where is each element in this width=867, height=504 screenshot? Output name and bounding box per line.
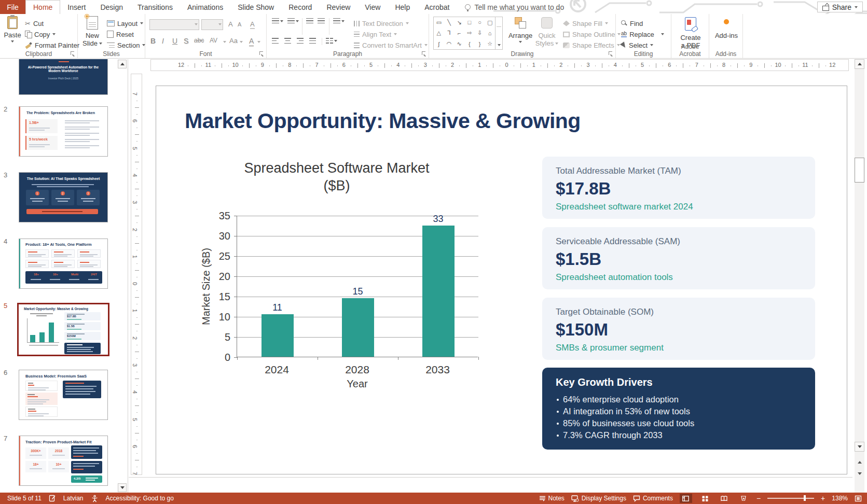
clear-formatting-button[interactable]: A — [250, 20, 255, 29]
slide-thumbnail-1[interactable]: AI-Powered Spreadsheet Automation for th… — [19, 59, 108, 95]
shape-icon-13[interactable]: ◠ — [444, 38, 455, 49]
shape-icon-16[interactable]: } — [475, 38, 485, 49]
thumbnail-scroll-up-button[interactable] — [118, 60, 127, 68]
slide-thumbnail-3[interactable]: The Solution: AI That Speaks Spreadsheet… — [19, 172, 108, 222]
format-painter-button[interactable]: Format Painter — [25, 40, 79, 50]
drawing-dialog-launcher[interactable] — [609, 51, 613, 56]
zoom-out-button[interactable]: − — [756, 496, 761, 501]
align-right-button[interactable] — [297, 38, 304, 44]
strikethrough-button[interactable]: abc — [194, 37, 204, 44]
copy-button[interactable]: Copy — [25, 29, 56, 39]
tab-slide-show[interactable]: Slide Show — [230, 0, 281, 14]
align-text-button[interactable]: Align Text — [354, 29, 397, 39]
shape-fill-button[interactable]: Shape Fill — [563, 18, 608, 29]
convert-to-smartart-button[interactable]: Convert to SmartArt — [354, 40, 428, 50]
shape-icon-11[interactable]: ⌂ — [485, 28, 495, 39]
shape-icon-4[interactable]: ○ — [475, 17, 485, 28]
shape-icon-8[interactable]: ⌐ — [454, 28, 464, 39]
notes-button[interactable]: Notes — [539, 495, 565, 502]
cut-button[interactable]: ✂ Cut — [25, 18, 44, 29]
shape-icon-14[interactable]: ∿ — [454, 38, 464, 49]
clipboard-dialog-launcher[interactable] — [71, 51, 75, 56]
tab-help[interactable]: Help — [388, 0, 417, 14]
accessibility-status[interactable]: Accessibility: Good to go — [106, 495, 174, 502]
reset-button[interactable]: Reset — [107, 29, 134, 39]
market-card-1[interactable]: Total Addressable Market (TAM)$17.8BSpre… — [542, 157, 815, 219]
key-growth-drivers-panel[interactable]: Key Growth Drivers 64% enterprise cloud … — [542, 368, 815, 450]
slide-thumbnail-5[interactable]: Market Opportunity: Massive & Growing$17… — [17, 303, 109, 356]
shapes-gallery[interactable]: ▭╲↘□○▢△Ꞁ⌐⇨⇩⌂ʃ◠∿{}☆ — [433, 17, 503, 50]
underline-button[interactable]: U — [172, 37, 177, 45]
scroll-down-button[interactable] — [855, 442, 864, 452]
quick-styles-button[interactable]: Quick Styles — [535, 17, 559, 47]
thumbnail-scroll-down-button[interactable] — [118, 483, 127, 492]
tab-home[interactable]: Home — [25, 0, 60, 14]
share-button[interactable]: Share — [817, 2, 863, 12]
justify-button[interactable] — [309, 38, 316, 44]
paragraph-dialog-launcher[interactable] — [422, 51, 426, 56]
new-slide-button[interactable]: New Slide — [82, 16, 103, 47]
bold-button[interactable]: B — [150, 37, 156, 45]
increase-indent-button[interactable] — [318, 18, 325, 24]
paste-button[interactable]: Paste — [3, 16, 22, 43]
layout-button[interactable]: Layout — [107, 18, 143, 29]
character-spacing-button[interactable]: AV — [210, 37, 217, 44]
slide-sorter-view-button[interactable] — [699, 494, 711, 503]
tell-me-box[interactable]: Tell me what you want to do — [465, 0, 564, 14]
font-size-combobox[interactable] — [201, 19, 223, 30]
shape-icon-1[interactable]: ╲ — [444, 17, 455, 28]
scrollbar-track[interactable] — [855, 69, 864, 493]
slide-thumbnail-2[interactable]: The Problem: Spreadsheets Are Broken1.5B… — [19, 106, 108, 157]
shape-icon-6[interactable]: △ — [434, 28, 444, 39]
proofing-icon[interactable] — [49, 495, 56, 502]
market-card-2[interactable]: Serviceable Addressable (SAM)$1.5BSpread… — [542, 227, 815, 289]
numbering-button[interactable] — [287, 18, 299, 24]
slide-show-button[interactable] — [737, 494, 750, 503]
italic-button[interactable]: I — [162, 37, 164, 45]
section-button[interactable]: Section — [107, 40, 145, 50]
zoom-slider[interactable] — [767, 498, 814, 499]
slide-thumbnail-6[interactable]: Business Model: Freemium SaaS — [19, 370, 108, 420]
shape-icon-12[interactable]: ʃ — [434, 38, 444, 49]
fit-slide-to-window-icon[interactable] — [855, 495, 862, 502]
select-button[interactable]: Select — [621, 40, 653, 50]
scroll-up-button[interactable] — [855, 59, 864, 69]
font-color-button[interactable]: A — [249, 37, 254, 47]
arrange-button[interactable]: Arrange — [508, 17, 533, 43]
slide-canvas[interactable]: Market Opportunity: Massive & Growing Sp… — [156, 86, 847, 474]
align-left-button[interactable] — [272, 38, 279, 44]
normal-view-button[interactable] — [680, 494, 692, 503]
display-settings-button[interactable]: Display Settings — [571, 495, 626, 502]
decrease-indent-button[interactable] — [306, 18, 313, 24]
shape-icon-9[interactable]: ⇨ — [464, 28, 475, 39]
next-slide-button[interactable] — [855, 469, 864, 479]
scrollbar-thumb[interactable] — [855, 158, 864, 183]
tab-view[interactable]: View — [357, 0, 388, 14]
text-shadow-button[interactable]: S — [184, 37, 188, 45]
main-scrollbar[interactable] — [855, 59, 864, 493]
tab-file[interactable]: File — [0, 0, 25, 14]
tab-transitions[interactable]: Transitions — [130, 0, 180, 14]
shape-icon-3[interactable]: □ — [464, 17, 475, 28]
columns-button[interactable] — [326, 38, 337, 44]
tab-design[interactable]: Design — [93, 0, 130, 14]
replace-button[interactable]: ab Replace — [621, 29, 664, 39]
zoom-in-button[interactable]: + — [821, 496, 825, 501]
change-case-button[interactable]: Aa — [229, 37, 238, 45]
shape-icon-7[interactable]: Ꞁ — [444, 28, 455, 39]
shape-icon-15[interactable]: { — [464, 38, 475, 49]
addins-button[interactable]: Add-ins — [713, 19, 739, 39]
language-button[interactable]: Latvian — [63, 495, 84, 502]
tab-record[interactable]: Record — [281, 0, 319, 14]
font-name-combobox[interactable] — [149, 19, 199, 30]
text-direction-button[interactable]: Text Direction — [354, 18, 409, 29]
shape-icon-17[interactable]: ☆ — [485, 38, 495, 49]
zoom-slider-thumb[interactable] — [804, 495, 806, 501]
shape-icon-5[interactable]: ▢ — [485, 17, 495, 28]
tab-insert[interactable]: Insert — [60, 0, 93, 14]
shape-outline-button[interactable]: Shape Outline — [563, 29, 621, 39]
thumbnail-scrollbar[interactable] — [118, 59, 127, 493]
find-button[interactable]: Find — [621, 18, 643, 29]
shape-icon-10[interactable]: ⇩ — [475, 28, 485, 39]
shape-icon-0[interactable]: ▭ — [434, 17, 444, 28]
